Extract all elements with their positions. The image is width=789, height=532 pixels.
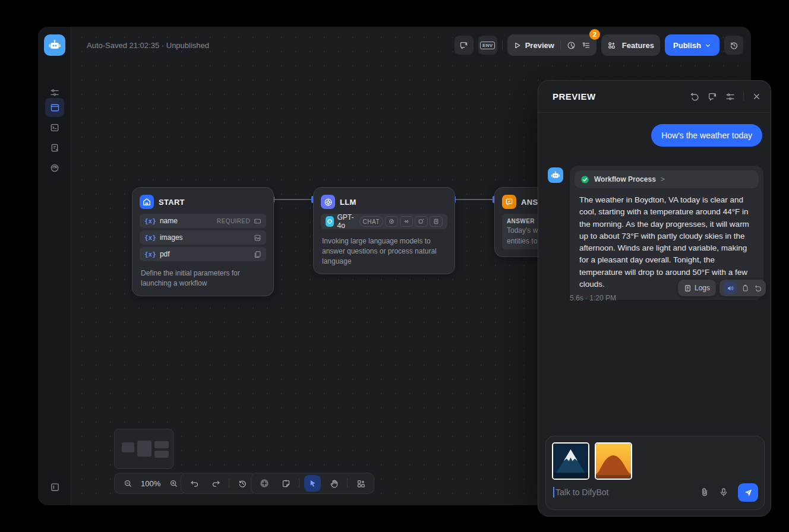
microphone-icon[interactable] [719, 487, 728, 497]
uploaded-image-mountain-blue[interactable] [552, 442, 589, 480]
collapse-sidebar-icon[interactable] [45, 477, 64, 496]
preview-panel: PREVIEW How's the weather today Wor [538, 80, 771, 517]
zoom-out-button[interactable] [119, 475, 136, 492]
topbar: Auto-Saved 21:02:35 · Unpublished ENV Pr… [71, 27, 751, 64]
sidebar-item-logs[interactable] [45, 138, 64, 157]
speak-aloud-button[interactable] [724, 281, 737, 294]
settings-sliders-icon[interactable] [725, 92, 735, 102]
organize-nodes-button[interactable] [352, 475, 369, 492]
preview-title: PREVIEW [553, 91, 596, 102]
document-field-icon [254, 251, 261, 258]
zoom-controls: 100% [114, 473, 187, 494]
message-meta: 5.6s · 1:20 PM [570, 294, 616, 302]
message-actions: Logs [678, 280, 766, 296]
uploaded-image-mountain-sunset[interactable] [595, 442, 632, 480]
env-variables-button[interactable]: ENV [478, 36, 497, 55]
play-icon [513, 42, 521, 49]
llm-icon [321, 195, 335, 209]
llm-model-row[interactable]: GPT-4o CHAT [321, 214, 447, 229]
restart-conversation-icon[interactable] [689, 91, 699, 102]
text-input-icon [254, 217, 261, 225]
sidebar-item-api[interactable] [45, 118, 64, 137]
image-capability-icon [415, 216, 428, 227]
sidebar-item-monitoring[interactable] [45, 159, 64, 178]
chat-composer: Talk to DifyBot [545, 436, 765, 510]
workflow-process-toggle[interactable]: Workflow Process > [575, 170, 759, 188]
chevron-down-icon [705, 42, 711, 49]
features-button[interactable]: Features [601, 34, 660, 56]
variable-badge: {x} [144, 217, 156, 225]
env-label: ENV [480, 42, 495, 49]
redo-button[interactable] [207, 475, 224, 492]
edge-start-llm [274, 199, 313, 200]
minimap[interactable] [114, 429, 173, 469]
home-icon [140, 195, 154, 209]
history-controls [181, 473, 256, 494]
openai-logo-icon [326, 216, 334, 227]
add-node-button[interactable] [256, 475, 273, 492]
add-note-button[interactable] [277, 475, 294, 492]
zoom-level[interactable]: 100% [141, 479, 160, 488]
publish-status: Unpublished [166, 41, 209, 50]
app-logo-robot-icon[interactable] [44, 34, 65, 56]
node-start-header: START [132, 188, 273, 214]
run-history-button[interactable] [567, 41, 576, 50]
zoom-in-button[interactable] [165, 475, 182, 492]
annotation-toggle-button[interactable] [455, 36, 474, 55]
answer-icon [502, 195, 516, 209]
copy-button[interactable] [741, 284, 749, 292]
publish-button[interactable]: Publish [665, 34, 719, 56]
sidebar-item-orchestrate[interactable] [45, 98, 64, 117]
expand-chevron: > [661, 175, 665, 183]
audio-capability-icon [400, 216, 413, 227]
version-history-button[interactable] [724, 36, 743, 55]
bot-avatar [548, 167, 563, 183]
model-name: GPT-4o [337, 213, 356, 230]
edge-llm-answer [455, 199, 494, 200]
chat-input-placeholder: Talk to DifyBot [556, 487, 608, 497]
node-llm[interactable]: LLM GPT-4o CHAT [313, 187, 455, 274]
preview-header: PREVIEW [538, 81, 771, 113]
success-check-icon [580, 175, 589, 184]
logs-icon [684, 284, 692, 292]
answer-section-label: ANSWER [507, 218, 535, 224]
change-history-button[interactable] [234, 475, 251, 492]
regenerate-button[interactable] [754, 284, 762, 292]
pointer-tool-button[interactable] [304, 475, 321, 492]
image-field-icon [254, 234, 261, 242]
variable-badge: {x} [144, 234, 156, 242]
node-start-title: START [159, 198, 185, 207]
node-start[interactable]: START {x} name REQUIRED {x} images {x} p… [132, 187, 274, 296]
field-name: name [160, 217, 178, 225]
chat-input[interactable]: Talk to DifyBot [553, 482, 758, 502]
variable-badge: {x} [144, 251, 156, 258]
logs-button[interactable]: Logs [678, 280, 716, 296]
start-field-images[interactable]: {x} images [140, 230, 266, 245]
features-icon [607, 41, 616, 50]
sidebar [38, 27, 71, 505]
close-preview-icon[interactable] [752, 92, 761, 101]
node-start-description: Define the initial parameters for launch… [132, 264, 273, 296]
canvas-tools [251, 473, 374, 494]
vision-capability-icon [385, 216, 398, 227]
send-button[interactable] [738, 483, 758, 502]
text-caret [553, 487, 554, 498]
start-field-name[interactable]: {x} name REQUIRED [140, 214, 266, 228]
file-capability-icon [430, 216, 443, 227]
start-field-pdf[interactable]: {x} pdf [140, 247, 266, 261]
field-name: pdf [160, 250, 170, 258]
clear-chat-icon[interactable] [708, 92, 717, 102]
attach-file-icon[interactable] [700, 487, 709, 497]
preview-run-button[interactable]: Preview [513, 41, 554, 50]
undo-button[interactable] [186, 475, 203, 492]
required-label: REQUIRED [217, 218, 250, 224]
chat-mode-badge: CHAT [359, 216, 383, 227]
workflow-process-label: Workflow Process [594, 175, 656, 183]
checklist-count-badge: 2 [589, 29, 600, 40]
user-message-bubble: How's the weather today [651, 124, 762, 147]
field-name: images [160, 233, 183, 242]
hand-tool-button[interactable] [326, 475, 342, 492]
checklist-button[interactable] [582, 41, 591, 50]
node-llm-header: LLM [314, 188, 455, 214]
autosave-status: Auto-Saved 21:02:35 · Unpublished [87, 41, 209, 50]
